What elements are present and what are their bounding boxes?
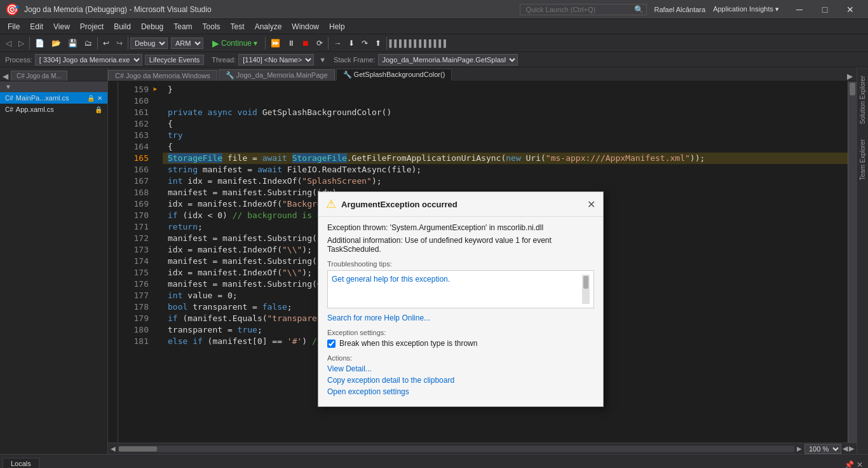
open-button[interactable]: 📂 <box>48 37 64 50</box>
menu-file[interactable]: File <box>3 21 25 32</box>
toolbar-more-buttons: ▌▌▌▌▌▌▌▌▌▌▌▌ <box>389 39 449 47</box>
copy-exception-link[interactable]: Copy exception detail to the clipboard <box>327 376 594 385</box>
troubleshoot-box[interactable]: Get general help for this exception. <box>327 270 594 308</box>
additional-info: Additional information: Use of undefined… <box>327 236 594 254</box>
search-icon: 🔍 <box>634 5 644 14</box>
quick-launch-input[interactable] <box>520 4 647 15</box>
solution-explorer-tab[interactable]: Solution Explorer <box>858 67 867 132</box>
bottom-right-controls: 📌 ✕ <box>844 460 865 468</box>
new-project-button[interactable]: 📄 <box>32 37 48 50</box>
undo-button[interactable]: ↩ <box>100 37 112 50</box>
checkbox-row: Break when this exception type is thrown <box>327 339 594 348</box>
file-app-lock: 🔒 <box>95 106 102 113</box>
step-into-button[interactable]: ⬇ <box>345 37 358 50</box>
tab-getsplash[interactable]: 🔧 GetSplashBackgroundColor() <box>336 69 452 81</box>
menu-analyze[interactable]: Analyze <box>250 21 287 32</box>
view-detail-link[interactable]: View Detail... <box>327 364 594 373</box>
maximize-button[interactable]: □ <box>812 0 837 19</box>
platform-dropdown[interactable]: ARM <box>171 38 203 49</box>
editor-vertical-scrollbar[interactable] <box>848 81 857 443</box>
thread-dropdown[interactable]: [1140] <No Name> <box>238 54 314 65</box>
restart-button[interactable]: ⟳ <box>313 37 326 50</box>
show-next-statement-button[interactable]: → <box>330 37 344 50</box>
open-exception-settings-link[interactable]: Open exception settings <box>327 387 594 396</box>
exception-popup: ⚠ ArgumentException occurred ✕ Exception… <box>318 191 604 407</box>
team-explorer-tab[interactable]: Team Explorer <box>858 132 867 188</box>
code-line-159: } <box>163 84 848 95</box>
title-bar: 🎯 Jogo da Memoria (Debugging) - Microsof… <box>0 0 868 19</box>
tab-csharp-windows[interactable]: C# Jogo da M... <box>11 71 67 81</box>
menu-debug[interactable]: Debug <box>136 21 168 32</box>
lifecycle-events-button[interactable]: Lifecycle Events <box>145 55 204 65</box>
process-dropdown[interactable]: [ 3304] Jogo da Memoria.exe <box>35 54 142 65</box>
stack-filter-icon[interactable]: ▼ <box>319 56 326 64</box>
close-button[interactable]: ✕ <box>837 0 863 19</box>
step-out-button[interactable]: ⬆ <box>372 37 384 50</box>
app-insights-label: Application Insights ▾ <box>713 5 779 13</box>
popup-close-button[interactable]: ✕ <box>587 198 595 210</box>
break-checkbox[interactable] <box>327 340 336 348</box>
minimize-button[interactable]: ─ <box>787 0 812 19</box>
code-line-164: { <box>163 141 848 153</box>
stop-button[interactable]: ⏹ <box>299 37 313 50</box>
pin-panel-button[interactable]: 📌 <box>844 460 854 468</box>
continue-button[interactable]: ▶ Continue ▾ <box>207 36 263 50</box>
right-vertical-panels: Solution Explorer Team Explorer <box>857 67 868 454</box>
tab-scroll-left[interactable]: ◀ <box>0 72 11 81</box>
help-online-link[interactable]: Search for more Help Online... <box>327 313 594 322</box>
back-button[interactable]: ◁ <box>3 37 15 50</box>
code-editor: C# Jogo da Memoria.Windows 🔧 Jogo_da_Mem… <box>108 67 857 454</box>
stack-dropdown[interactable]: Jogo_da_Memoria.MainPage.GetSplashBa... <box>378 54 518 65</box>
scroll-right-btn[interactable]: ▶ <box>797 445 802 452</box>
menu-build[interactable]: Build <box>109 21 136 32</box>
process-label: Process: <box>5 56 32 64</box>
zoom-increase-btn[interactable]: ▶ <box>849 444 854 453</box>
close-panel-button[interactable]: ✕ <box>857 460 863 468</box>
code-line-163: try <box>163 130 848 141</box>
zoom-dropdown[interactable]: 100 % <box>804 444 841 454</box>
code-line-162: { <box>163 118 848 130</box>
forward-button[interactable]: ▷ <box>15 37 27 50</box>
code-line-166: string manifest = await FileIO.ReadTextA… <box>163 164 848 176</box>
scroll-left-btn[interactable]: ◀ <box>111 445 116 452</box>
tab-mainpage[interactable]: 🔧 Jogo_da_Memoria.MainPage <box>219 69 335 81</box>
code-line-160 <box>163 95 848 107</box>
file-item-mainpage[interactable]: C# MainPa...xaml.cs 🔒 ✕ <box>0 92 107 104</box>
stack-label: Stack Frame: <box>334 56 375 64</box>
file-mainpage-lock: 🔒 <box>87 95 95 102</box>
menu-team[interactable]: Team <box>168 21 197 32</box>
start-with-debugging-button[interactable]: ⏩ <box>268 37 283 50</box>
collapse-gutter <box>118 81 127 443</box>
menu-window[interactable]: Window <box>287 21 324 32</box>
save-button[interactable]: 💾 <box>65 37 81 50</box>
debug-config-dropdown[interactable]: Debug <box>130 38 168 49</box>
menu-tools[interactable]: Tools <box>198 21 226 32</box>
tab-windows[interactable]: C# Jogo da Memoria.Windows <box>108 70 217 81</box>
tab-scroll-right[interactable]: ▶ <box>843 72 857 81</box>
current-line-indicators: ➤ <box>153 81 163 443</box>
zoom-decrease-btn[interactable]: ◀ <box>843 444 848 453</box>
popup-header: ⚠ ArgumentException occurred ✕ <box>318 192 603 217</box>
window-title: Jogo da Memoria (Debugging) - Microsoft … <box>24 5 520 14</box>
menu-edit[interactable]: Edit <box>25 21 48 32</box>
tab-locals[interactable]: Locals <box>3 458 39 468</box>
quick-launch-area: 🔍 <box>520 4 644 15</box>
file-item-app[interactable]: C# App.xaml.cs 🔒 <box>0 104 107 115</box>
menu-test[interactable]: Test <box>226 21 250 32</box>
menu-help[interactable]: Help <box>324 21 350 32</box>
save-all-button[interactable]: 🗂 <box>81 37 95 50</box>
redo-button[interactable]: ↪ <box>113 37 126 50</box>
horizontal-scrollbar[interactable] <box>118 446 794 452</box>
popup-title: ArgumentException occurred <box>341 200 582 209</box>
checkbox-label: Break when this exception type is thrown <box>339 339 477 348</box>
step-over-button[interactable]: ↷ <box>358 37 371 50</box>
actions-label: Actions: <box>327 354 594 362</box>
code-line-165: StorageFile file = await StorageFile.Get… <box>163 153 848 164</box>
pause-button[interactable]: ⏸ <box>284 37 298 50</box>
file-app-label: App.xaml.cs <box>16 106 92 113</box>
menu-project[interactable]: Project <box>75 21 109 32</box>
menu-view[interactable]: View <box>48 21 75 32</box>
file-mainpage-close[interactable]: ✕ <box>97 95 102 102</box>
file-panel: ◀ C# Jogo da M... ▼ C# MainPa...xaml.cs … <box>0 67 108 454</box>
troubleshoot-link[interactable]: Get general help for this exception. <box>332 275 582 284</box>
